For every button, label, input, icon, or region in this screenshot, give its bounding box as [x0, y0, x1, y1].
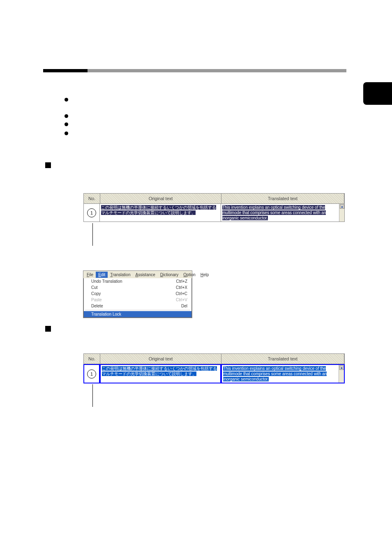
menu-shortcut: Ctrl+C [175, 291, 187, 296]
column-header-original[interactable]: Original text [100, 354, 221, 364]
annotation-leader-line [92, 223, 93, 246]
menu-label: Copy [91, 291, 101, 296]
menu-assistance[interactable]: Assistance [133, 272, 157, 278]
table-body: 1 この発明は無機の半導体に接続するいくつかの領域を包括するマルチモードの光学切… [83, 364, 345, 383]
translated-text-selected: This invention explains an optical switc… [222, 205, 326, 220]
menu-undo-translation[interactable]: Undo Translation Ctrl+Z [84, 278, 191, 284]
bullet-icon [65, 98, 68, 102]
menu-copy[interactable]: Copy Ctrl+C [84, 291, 191, 297]
section-marker-icon [45, 326, 51, 332]
column-header-original[interactable]: Original text [100, 194, 221, 203]
header-bar [43, 69, 346, 72]
menu-shortcut: Ctrl+Z [176, 279, 188, 284]
column-header-no[interactable]: No. [84, 194, 100, 203]
menu-bar: File Edit Translation Assistance Diction… [83, 271, 192, 278]
vertical-scrollbar[interactable]: ▲ [339, 204, 344, 222]
header-gray-segment [88, 69, 346, 72]
menu-dictionary[interactable]: Dictionary [158, 272, 181, 278]
menu-delete[interactable]: Delete Del [84, 303, 191, 309]
original-text-selected: この発明は無機の半導体に接続するいくつかの領域を包括するマルチモードの光学切換装… [102, 366, 217, 376]
edit-menu-dropdown: File Edit Translation Assistance Diction… [83, 270, 192, 318]
menu-shortcut: Del [181, 304, 187, 308]
row-number-circle-annotation [87, 208, 96, 217]
translated-text-cell-locked[interactable]: This invention explains an optical switc… [221, 364, 345, 383]
menu-label: Delete [91, 304, 103, 308]
row-number-cell[interactable]: 1 [83, 204, 100, 222]
menu-option[interactable]: Option [181, 272, 198, 278]
annotation-leader-line [92, 384, 93, 407]
scroll-up-icon[interactable]: ▲ [339, 365, 344, 370]
vertical-scrollbar[interactable]: ▲ [339, 365, 344, 383]
bullet-icon [65, 114, 68, 118]
menu-edit[interactable]: Edit [96, 272, 108, 278]
scroll-up-icon[interactable]: ▲ [340, 204, 344, 209]
translation-table-before: No. Original text Translated text 1 この発明… [83, 193, 345, 222]
menu-translation-lock[interactable]: Translation Lock [84, 311, 191, 317]
section-marker-icon [45, 162, 51, 168]
table-header: No. Original text Translated text [83, 353, 345, 364]
column-header-translated[interactable]: Translated text [221, 354, 344, 364]
menu-separator [85, 310, 190, 310]
menu-label: Paste [91, 298, 102, 302]
menu-translation[interactable]: Translation [108, 272, 133, 278]
menu-help[interactable]: Help [198, 272, 212, 278]
translation-table-locked: No. Original text Translated text 1 この発明… [83, 353, 345, 383]
menu-paste: Paste Ctrl+V [84, 297, 191, 303]
menu-shortcut: Ctrl+V [176, 298, 187, 302]
edit-dropdown: Undo Translation Ctrl+Z Cut Ctrl+X Copy … [83, 278, 192, 318]
menu-label: Cut [91, 285, 98, 290]
column-header-no[interactable]: No. [84, 354, 100, 364]
original-text-cell-locked[interactable]: この発明は無機の半導体に接続するいくつかの領域を包括するマルチモードの光学切換装… [100, 364, 221, 383]
translated-text-selected: This invention explains an optical switc… [223, 366, 327, 381]
menu-cut[interactable]: Cut Ctrl+X [84, 284, 191, 291]
translated-text-cell[interactable]: This invention explains an optical switc… [221, 204, 345, 222]
row-number-circle-annotation [87, 369, 96, 379]
menu-shortcut: Ctrl+X [176, 285, 187, 290]
table-body: 1 この発明は無機の半導体に接続するいくつかの領域を包括するマルチモードの光学切… [83, 204, 345, 222]
side-tab [363, 82, 392, 105]
original-text-cell[interactable]: この発明は無機の半導体に接続するいくつかの領域を包括するマルチモードの光学切換装… [100, 204, 221, 222]
row-number-cell[interactable]: 1 [83, 364, 100, 383]
bullet-icon [65, 122, 68, 126]
original-text-selected: この発明は無機の半導体に接続するいくつかの領域を包括するマルチモードの光学切換装… [101, 205, 216, 215]
bullet-icon [65, 132, 68, 135]
menu-label: Undo Translation [91, 279, 122, 284]
menu-file[interactable]: File [84, 272, 96, 278]
column-header-translated[interactable]: Translated text [221, 194, 344, 203]
menu-label: Translation Lock [91, 312, 121, 316]
header-black-segment [43, 69, 88, 72]
table-header: No. Original text Translated text [83, 193, 345, 204]
